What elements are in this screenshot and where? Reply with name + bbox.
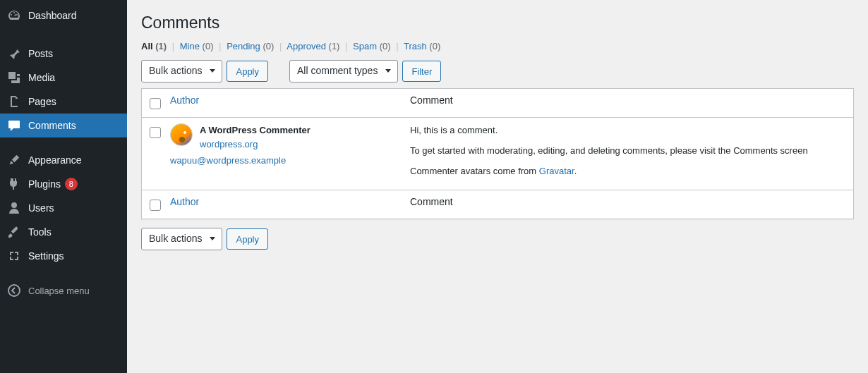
- sidebar-collapse[interactable]: Collapse menu: [0, 279, 127, 302]
- gravatar-link[interactable]: Gravatar: [539, 166, 574, 176]
- plugins-icon: [7, 177, 21, 191]
- main-content: Comments All (1) | Mine (0) | Pending (0…: [127, 0, 868, 256]
- sidebar-item-settings[interactable]: Settings: [0, 244, 127, 268]
- sidebar-item-label: Users: [28, 202, 54, 214]
- collapse-label: Collapse menu: [28, 286, 90, 296]
- select-all-checkbox[interactable]: [150, 98, 161, 109]
- comment-text: Commenter avatars come from: [410, 166, 539, 176]
- sidebar-item-label: Posts: [28, 48, 53, 59]
- column-header-author[interactable]: Author: [163, 89, 403, 118]
- media-icon: [7, 71, 21, 85]
- collapse-icon: [7, 283, 21, 298]
- column-footer-comment: Comment: [403, 190, 854, 219]
- filter-count: (0): [380, 41, 391, 51]
- filter-count: (1): [329, 41, 340, 51]
- filter-trash[interactable]: Trash (0): [404, 41, 440, 51]
- sidebar-item-media[interactable]: Media: [0, 66, 127, 90]
- sidebar-item-label: Plugins: [28, 178, 61, 190]
- bulk-actions-select-bottom[interactable]: Bulk actions: [141, 228, 222, 250]
- comments-table: Author Comment A WordPress Commenter wor…: [141, 88, 854, 219]
- separator-pipe: |: [393, 41, 401, 51]
- column-header-comment: Comment: [403, 89, 854, 118]
- filter-all[interactable]: All (1): [141, 41, 167, 51]
- sidebar-item-pages[interactable]: Pages: [0, 90, 127, 114]
- filter-count: (0): [429, 41, 440, 51]
- row-select-checkbox[interactable]: [150, 127, 161, 138]
- sidebar-item-label: Settings: [28, 250, 64, 262]
- comment-types-select[interactable]: All comment types: [289, 60, 398, 82]
- dashboard-icon: [7, 8, 21, 23]
- sidebar-item-label: Comments: [28, 120, 76, 131]
- filter-button[interactable]: Filter: [402, 61, 441, 82]
- comment-text: .: [574, 166, 577, 176]
- admin-sidebar: Dashboard Posts Media Pages Comments: [0, 0, 127, 373]
- tools-icon: [7, 225, 21, 239]
- comment-line: Hi, this is a comment.: [410, 123, 846, 138]
- sidebar-item-comments[interactable]: Comments: [0, 114, 127, 137]
- filter-mine[interactable]: Mine (0): [180, 41, 214, 51]
- separator-pipe: |: [169, 41, 177, 51]
- page-title: Comments: [141, 7, 854, 35]
- apply-button-bottom[interactable]: Apply: [227, 228, 268, 250]
- filter-count: (0): [263, 41, 274, 51]
- filter-spam[interactable]: Spam (0): [353, 41, 390, 51]
- pin-icon: [7, 47, 21, 61]
- sidebar-item-appearance[interactable]: Appearance: [0, 148, 127, 172]
- author-name: A WordPress Commenter: [200, 125, 311, 135]
- tablenav-top: Bulk actions Apply All comment types Fil…: [141, 60, 854, 82]
- svg-point-0: [8, 285, 20, 296]
- sidebar-item-label: Appearance: [28, 154, 82, 166]
- sidebar-item-posts[interactable]: Posts: [0, 42, 127, 66]
- comment-line: To get started with moderating, editing,…: [410, 144, 846, 159]
- filter-label: Trash: [404, 41, 427, 51]
- bulk-actions-select[interactable]: Bulk actions: [141, 60, 222, 82]
- status-filters: All (1) | Mine (0) | Pending (0) | Appro…: [141, 41, 854, 51]
- filter-count: (1): [155, 41, 167, 51]
- plugins-badge: 8: [65, 178, 78, 190]
- sidebar-item-label: Dashboard: [28, 10, 77, 21]
- sidebar-item-dashboard[interactable]: Dashboard: [0, 0, 127, 31]
- users-icon: [7, 201, 21, 215]
- author-email-link[interactable]: wapuu@wordpress.example: [170, 155, 286, 166]
- filter-label: All: [141, 41, 153, 51]
- sidebar-item-label: Tools: [28, 226, 52, 238]
- appearance-icon: [7, 153, 21, 167]
- filter-label: Approved: [287, 41, 326, 51]
- column-footer-author[interactable]: Author: [163, 190, 403, 219]
- comment-line: Commenter avatars come from Gravatar.: [410, 164, 846, 179]
- separator-pipe: |: [216, 41, 224, 51]
- sidebar-item-label: Pages: [28, 96, 56, 107]
- sidebar-item-tools[interactable]: Tools: [0, 220, 127, 244]
- filter-label: Mine: [180, 41, 200, 51]
- author-url-link[interactable]: wordpress.org: [200, 137, 396, 152]
- sidebar-separator: [0, 271, 127, 275]
- pages-icon: [7, 94, 21, 109]
- sidebar-item-label: Media: [28, 72, 55, 83]
- sidebar-separator: [0, 35, 127, 38]
- table-row: A WordPress Commenter wordpress.org wapu…: [142, 118, 854, 190]
- sidebar-item-users[interactable]: Users: [0, 196, 127, 220]
- filter-label: Pending: [227, 41, 260, 51]
- sidebar-item-plugins[interactable]: Plugins 8: [0, 172, 127, 196]
- sidebar-separator: [0, 141, 127, 145]
- select-all-checkbox-bottom[interactable]: [150, 200, 161, 211]
- comments-icon: [7, 118, 21, 133]
- separator-pipe: |: [277, 41, 284, 51]
- separator-pipe: |: [342, 41, 350, 51]
- tablenav-bottom: Bulk actions Apply: [141, 228, 854, 250]
- filter-approved[interactable]: Approved (1): [287, 41, 339, 51]
- settings-icon: [7, 249, 21, 263]
- filter-pending[interactable]: Pending (0): [227, 41, 274, 51]
- filter-count: (0): [203, 41, 214, 51]
- avatar: [170, 123, 193, 146]
- apply-button[interactable]: Apply: [227, 61, 268, 82]
- filter-label: Spam: [353, 41, 377, 51]
